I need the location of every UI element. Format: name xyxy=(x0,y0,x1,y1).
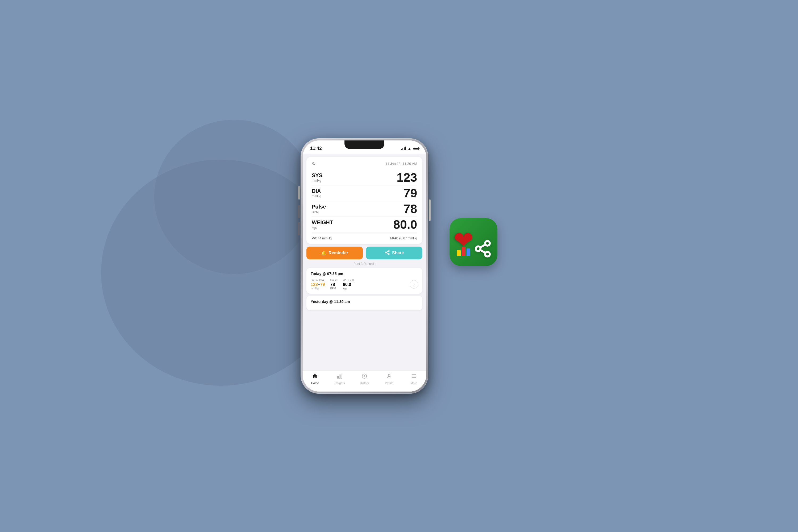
record-time-1: Today @ 07:35 pm xyxy=(311,271,418,276)
app-content: ↻ 11 Jan 18, 11:39 AM SYS mmHg 123 xyxy=(303,154,426,392)
nav-home[interactable]: Home xyxy=(303,373,327,385)
phone-screen: 11:42 ▲ xyxy=(303,140,426,392)
nav-home-label: Home xyxy=(311,381,319,385)
svg-line-3 xyxy=(386,253,388,253)
nav-profile[interactable]: Profile xyxy=(377,373,401,385)
nav-profile-label: Profile xyxy=(385,381,393,385)
svg-rect-7 xyxy=(341,374,342,379)
nav-more[interactable]: More xyxy=(401,373,426,385)
svg-line-15 xyxy=(480,250,486,253)
pulse-label: Pulse xyxy=(312,204,326,210)
bell-icon: 🔔 xyxy=(321,251,326,255)
bg-blob-2 xyxy=(154,120,314,274)
app-icon: ❤ xyxy=(450,218,497,266)
record-pulse-val: 78 xyxy=(330,282,338,287)
share-button[interactable]: Share xyxy=(366,247,422,259)
bottom-nav: Home Insights xyxy=(303,370,426,392)
refresh-icon[interactable]: ↻ xyxy=(312,161,316,167)
more-icon xyxy=(411,373,417,381)
dia-value: 79 xyxy=(403,187,417,199)
svg-point-8 xyxy=(388,374,390,376)
phone-notch xyxy=(344,140,384,149)
weight-value: 80.0 xyxy=(393,218,417,231)
app-icon-share-overlay xyxy=(474,240,492,258)
battery-icon xyxy=(413,147,419,150)
record-weight: WEIGHT 80.0 kgs xyxy=(343,279,355,290)
dia-unit: mmHg xyxy=(312,194,321,198)
record-sys-dia: SYS - DIA 123–79 mmHg xyxy=(311,279,325,290)
nav-more-label: More xyxy=(411,381,417,385)
nav-history[interactable]: History xyxy=(352,373,377,385)
weight-row: WEIGHT kgs 80.0 xyxy=(312,217,417,232)
share-label: Share xyxy=(392,251,404,255)
phone-shell: 11:42 ▲ xyxy=(301,138,428,394)
weight-label: WEIGHT xyxy=(312,220,333,226)
svg-line-4 xyxy=(386,251,388,252)
sys-row: SYS mmHg 123 xyxy=(312,170,417,185)
pulse-row: Pulse BPM 78 xyxy=(312,201,417,217)
reminder-label: Reminder xyxy=(328,251,348,255)
status-icons: ▲ xyxy=(401,146,419,151)
card-footer: PP: 44 mmHg MAP: 93.67 mmHg xyxy=(312,233,417,240)
wifi-icon: ▲ xyxy=(407,146,411,151)
record-card-1[interactable]: Today @ 07:35 pm SYS - DIA 123–79 mmHg P… xyxy=(306,268,422,294)
records-section: Past 3 Records Today @ 07:35 pm SYS - DI… xyxy=(303,262,426,370)
map-stat: MAP: 93.67 mmHg xyxy=(390,236,417,240)
pulse-unit: BPM xyxy=(312,210,326,214)
pulse-value: 78 xyxy=(403,203,417,215)
history-icon xyxy=(361,373,367,381)
chart-bars xyxy=(457,247,470,256)
svg-line-16 xyxy=(480,244,486,248)
dia-label: DIA xyxy=(312,188,321,194)
record-card-2[interactable]: Yesterday @ 11:39 am xyxy=(306,296,422,310)
sys-unit: mmHg xyxy=(312,179,322,183)
dia-row: DIA mmHg 79 xyxy=(312,185,417,201)
record-stats-1: SYS - DIA 123–79 mmHg Pulse 78 BPM xyxy=(311,279,418,290)
weight-unit: kgs xyxy=(312,226,333,230)
reminder-button[interactable]: 🔔 Reminder xyxy=(306,247,363,259)
signal-icon xyxy=(401,147,406,150)
record-time-2: Yesterday @ 11:39 am xyxy=(311,300,418,304)
sys-value: 123 xyxy=(397,171,417,184)
insights-icon xyxy=(337,373,343,381)
record-dia: 79 xyxy=(320,282,325,287)
sys-label: SYS xyxy=(312,172,322,178)
home-icon xyxy=(312,373,318,381)
records-label: Past 3 Records xyxy=(303,262,426,266)
record-sys: 123 xyxy=(311,282,318,287)
profile-icon xyxy=(386,373,392,381)
nav-insights-label: Insights xyxy=(335,381,345,385)
pp-stat: PP: 44 mmHg xyxy=(312,236,332,240)
svg-rect-5 xyxy=(338,376,339,378)
action-buttons: 🔔 Reminder Share xyxy=(306,247,422,259)
measurement-card: ↻ 11 Jan 18, 11:39 AM SYS mmHg 123 xyxy=(306,157,422,244)
record-arrow-1[interactable]: › xyxy=(410,280,418,289)
share-icon xyxy=(385,250,390,256)
timestamp: 11 Jan 18, 11:39 AM xyxy=(385,162,417,166)
card-header: ↻ 11 Jan 18, 11:39 AM xyxy=(312,161,417,167)
status-time: 11:42 xyxy=(310,146,322,151)
nav-insights[interactable]: Insights xyxy=(327,373,352,385)
nav-history-label: History xyxy=(360,381,369,385)
scene: 11:42 ▲ xyxy=(301,138,497,394)
record-pulse: Pulse 78 BPM xyxy=(330,279,338,290)
record-weight-val: 80.0 xyxy=(343,282,355,287)
svg-rect-6 xyxy=(339,375,340,378)
